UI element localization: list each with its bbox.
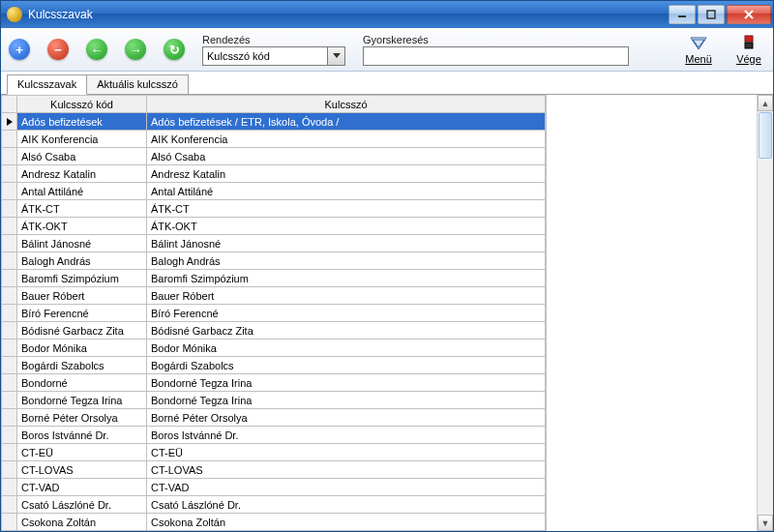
table-row[interactable]: Boros Istvánné Dr.Boros Istvánné Dr. bbox=[2, 427, 546, 444]
minimize-button[interactable] bbox=[669, 5, 696, 24]
cell-keyword[interactable]: Csató Lászlóné Dr. bbox=[147, 496, 546, 514]
cell-keyword[interactable]: CT-EÜ bbox=[147, 444, 546, 461]
cell-code[interactable]: Csokona Zoltán bbox=[17, 514, 147, 531]
cell-code[interactable]: Bogárdi Szabolcs bbox=[17, 357, 147, 374]
exit-button[interactable]: Vége bbox=[732, 35, 765, 65]
cell-code[interactable]: Andresz Katalin bbox=[17, 165, 147, 183]
cell-keyword[interactable]: Bauer Róbert bbox=[147, 287, 546, 305]
delete-button[interactable]: − bbox=[47, 39, 69, 60]
cell-code[interactable]: ÁTK-OKT bbox=[17, 218, 147, 235]
table-row[interactable]: Bálint JánosnéBálint Jánosné bbox=[2, 235, 546, 252]
sort-dropdown-button[interactable] bbox=[328, 46, 345, 66]
table-row[interactable]: Balogh AndrásBalogh András bbox=[2, 252, 546, 270]
table-row[interactable]: Alsó CsabaAlsó Csaba bbox=[2, 148, 546, 165]
cell-code[interactable]: Bódisné Garbacz Zita bbox=[17, 322, 147, 340]
row-indicator[interactable] bbox=[2, 409, 17, 427]
row-indicator[interactable] bbox=[2, 496, 17, 514]
table-row[interactable]: Csató Lászlóné Dr.Csató Lászlóné Dr. bbox=[2, 496, 546, 514]
table-row[interactable]: CT-VADCT-VAD bbox=[2, 479, 546, 496]
row-indicator[interactable] bbox=[2, 444, 17, 461]
cell-code[interactable]: Alsó Csaba bbox=[17, 148, 147, 165]
cell-keyword[interactable]: Adós befizetések / ETR, Iskola, Óvoda / bbox=[147, 113, 546, 131]
row-indicator[interactable] bbox=[2, 287, 17, 305]
table-row[interactable]: Bogárdi SzabolcsBogárdi Szabolcs bbox=[2, 357, 546, 374]
table-row[interactable]: AIK KonferenciaAIK Konferencia bbox=[2, 131, 546, 148]
tab-current-keyword[interactable]: Aktuális kulcsszó bbox=[86, 74, 189, 94]
table-row[interactable]: ÁTK-OKTÁTK-OKT bbox=[2, 218, 546, 235]
cell-code[interactable]: CT-EÜ bbox=[17, 444, 147, 461]
row-indicator[interactable] bbox=[2, 461, 17, 479]
menu-button[interactable]: Menü bbox=[682, 35, 715, 65]
row-indicator[interactable] bbox=[2, 357, 17, 374]
row-indicator[interactable] bbox=[2, 148, 17, 165]
cell-keyword[interactable]: Boros Istvánné Dr. bbox=[147, 427, 546, 444]
row-indicator[interactable] bbox=[2, 200, 17, 218]
scrollbar[interactable]: ▲ ▼ bbox=[757, 95, 773, 531]
row-indicator[interactable] bbox=[2, 374, 17, 392]
table-row[interactable]: Andresz KatalinAndresz Katalin bbox=[2, 165, 546, 183]
table-row[interactable]: BondornéBondorné Tegza Irina bbox=[2, 374, 546, 392]
cell-code[interactable]: Balogh András bbox=[17, 252, 147, 270]
row-indicator[interactable] bbox=[2, 183, 17, 200]
cell-keyword[interactable]: Bodor Mónika bbox=[147, 340, 546, 357]
cell-code[interactable]: Baromfi Szimpózium bbox=[17, 270, 147, 287]
cell-code[interactable]: ÁTK-CT bbox=[17, 200, 147, 218]
table-row[interactable]: Bodor MónikaBodor Mónika bbox=[2, 340, 546, 357]
cell-keyword[interactable]: Bondorné Tegza Irina bbox=[147, 392, 546, 409]
row-indicator[interactable] bbox=[2, 305, 17, 322]
row-indicator[interactable] bbox=[2, 427, 17, 444]
table-row[interactable]: Bauer RóbertBauer Róbert bbox=[2, 287, 546, 305]
cell-keyword[interactable]: Balogh András bbox=[147, 252, 546, 270]
cell-keyword[interactable]: ÁTK-CT bbox=[147, 200, 546, 218]
table-row[interactable]: ÁTK-CTÁTK-CT bbox=[2, 200, 546, 218]
table-row[interactable]: CT-EÜCT-EÜ bbox=[2, 444, 546, 461]
row-indicator[interactable] bbox=[2, 514, 17, 531]
row-indicator[interactable] bbox=[2, 322, 17, 340]
row-indicator[interactable] bbox=[2, 235, 17, 252]
table-row[interactable]: Adós befizetésekAdós befizetések / ETR, … bbox=[2, 113, 546, 131]
cell-code[interactable]: Adós befizetések bbox=[17, 113, 147, 131]
cell-code[interactable]: Antal Attiláné bbox=[17, 183, 147, 200]
cell-code[interactable]: CT-LOVAS bbox=[17, 461, 147, 479]
cell-code[interactable]: CT-VAD bbox=[17, 479, 147, 496]
row-indicator[interactable] bbox=[2, 131, 17, 148]
cell-code[interactable]: Bodor Mónika bbox=[17, 340, 147, 357]
cell-keyword[interactable]: Alsó Csaba bbox=[147, 148, 546, 165]
cell-code[interactable]: AIK Konferencia bbox=[17, 131, 147, 148]
grid[interactable]: Kulcsszó kód Kulcsszó Adós befizetésekAd… bbox=[1, 95, 547, 531]
cell-keyword[interactable]: CT-LOVAS bbox=[147, 461, 546, 479]
cell-code[interactable]: Bíró Ferencné bbox=[17, 305, 147, 322]
scroll-up-button[interactable]: ▲ bbox=[758, 95, 773, 111]
search-input[interactable] bbox=[363, 46, 629, 66]
cell-keyword[interactable]: Bíró Ferencné bbox=[147, 305, 546, 322]
row-indicator[interactable] bbox=[2, 165, 17, 183]
cell-code[interactable]: Bauer Róbert bbox=[17, 287, 147, 305]
cell-keyword[interactable]: Bogárdi Szabolcs bbox=[147, 357, 546, 374]
cell-code[interactable]: Bondorné bbox=[17, 374, 147, 392]
table-row[interactable]: Borné Péter OrsolyaBorné Péter Orsolya bbox=[2, 409, 546, 427]
cell-keyword[interactable]: Bálint Jánosné bbox=[147, 235, 546, 252]
cell-code[interactable]: Csató Lászlóné Dr. bbox=[17, 496, 147, 514]
cell-keyword[interactable]: CT-VAD bbox=[147, 479, 546, 496]
col-keyword-header[interactable]: Kulcsszó bbox=[147, 96, 546, 113]
cell-code[interactable]: Bondorné Tegza Irina bbox=[17, 392, 147, 409]
cell-keyword[interactable]: AIK Konferencia bbox=[147, 131, 546, 148]
table-row[interactable]: Baromfi SzimpóziumBaromfi Szimpózium bbox=[2, 270, 546, 287]
close-button[interactable] bbox=[727, 5, 771, 24]
forward-button[interactable]: → bbox=[125, 39, 146, 60]
row-indicator[interactable] bbox=[2, 392, 17, 409]
table-row[interactable]: Bíró FerencnéBíró Ferencné bbox=[2, 305, 546, 322]
col-code-header[interactable]: Kulcsszó kód bbox=[17, 96, 147, 113]
table-row[interactable]: CT-LOVASCT-LOVAS bbox=[2, 461, 546, 479]
grid-corner[interactable] bbox=[2, 96, 17, 113]
cell-keyword[interactable]: Bódisné Garbacz Zita bbox=[147, 322, 546, 340]
refresh-button[interactable]: ↻ bbox=[164, 39, 185, 60]
sort-input[interactable] bbox=[202, 46, 328, 66]
row-indicator[interactable] bbox=[2, 270, 17, 287]
scroll-down-button[interactable]: ▼ bbox=[758, 515, 773, 531]
cell-keyword[interactable]: Csokona Zoltán bbox=[147, 514, 546, 531]
cell-keyword[interactable]: ÁTK-OKT bbox=[147, 218, 546, 235]
row-indicator[interactable] bbox=[2, 252, 17, 270]
cell-keyword[interactable]: Antal Attiláné bbox=[147, 183, 546, 200]
cell-keyword[interactable]: Borné Péter Orsolya bbox=[147, 409, 546, 427]
